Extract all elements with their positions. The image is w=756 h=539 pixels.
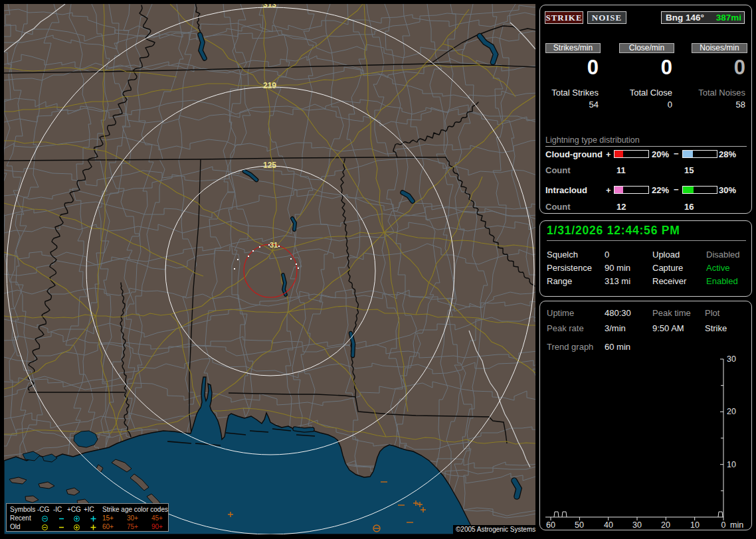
- svg-text:10: 10: [727, 460, 736, 469]
- svg-text:219: 219: [263, 81, 276, 90]
- svg-text:30: 30: [727, 354, 736, 364]
- svg-text:31: 31: [270, 241, 278, 249]
- svg-text:40: 40: [604, 520, 613, 530]
- svg-text:30: 30: [632, 520, 642, 530]
- svg-text:313: 313: [263, 4, 276, 9]
- svg-text:0: 0: [721, 520, 726, 530]
- svg-text:20: 20: [727, 407, 736, 416]
- svg-text:10: 10: [690, 520, 700, 530]
- svg-text:125: 125: [263, 161, 276, 170]
- svg-text:60: 60: [546, 520, 555, 530]
- svg-text:50: 50: [575, 520, 584, 530]
- svg-text:20: 20: [661, 520, 670, 530]
- svg-text:min: min: [730, 520, 743, 530]
